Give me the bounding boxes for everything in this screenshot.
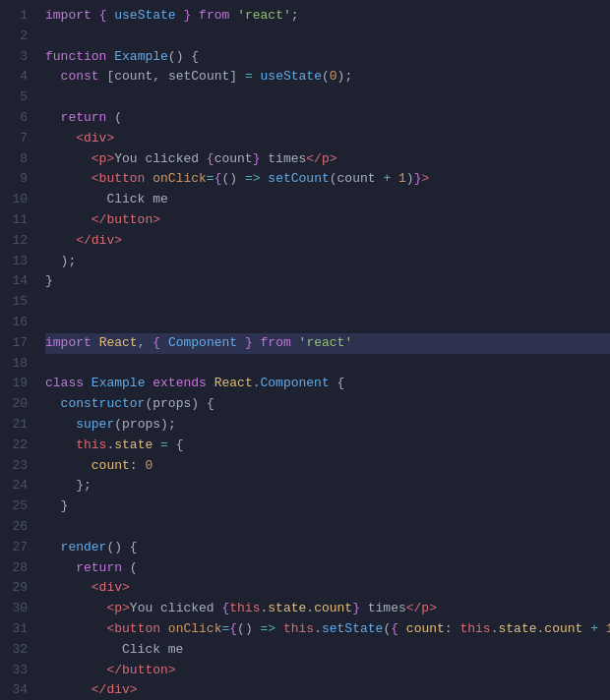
code-line: };	[45, 476, 610, 496]
code-line	[45, 27, 610, 47]
plain-token	[45, 171, 92, 186]
paren-token: ()	[106, 540, 122, 554]
colon-token: :	[130, 458, 138, 473]
plain-token	[45, 621, 106, 636]
plain-token	[45, 458, 92, 473]
num-token: 1	[398, 171, 406, 186]
line-number: 8	[0, 149, 37, 170]
line-number: 31	[0, 619, 37, 640]
plain-token	[45, 151, 92, 166]
plain-token	[84, 376, 92, 390]
line-number: 25	[0, 496, 37, 517]
plain-token	[229, 8, 237, 23]
bracket-token: ]	[229, 69, 237, 84]
code-line: count: 0	[45, 456, 610, 477]
code-line: const [count, setCount] = useState(0);	[45, 67, 610, 88]
plain-token: props	[122, 417, 160, 432]
plain-token: (	[122, 560, 138, 575]
from-kw-token: from	[261, 335, 291, 350]
plain-token	[207, 376, 214, 390]
plain-token: }	[45, 273, 53, 288]
code-line: </button>	[45, 661, 610, 681]
plain-token: };	[45, 478, 92, 493]
colon-token: :	[445, 621, 453, 636]
plain-token	[160, 621, 168, 636]
brace-token: }	[245, 335, 253, 350]
from-kw-token: from	[199, 8, 229, 23]
operator-token: =	[207, 171, 214, 186]
paren-token: )	[406, 171, 414, 186]
code-line: </div>	[45, 231, 610, 252]
react-name-token: React	[99, 335, 138, 350]
code-content[interactable]: import { useState } from 'react'; functi…	[37, 0, 610, 700]
str-token: 'react'	[299, 335, 353, 350]
code-line	[45, 292, 610, 313]
line-number: 34	[0, 680, 37, 700]
line-number: 32	[0, 640, 37, 661]
plain-token: {	[330, 376, 345, 390]
super-fn-token: super	[76, 417, 114, 432]
jsx-tag-token: <p>	[106, 601, 129, 615]
kw-token: return	[61, 110, 107, 125]
line-number: 3	[0, 47, 37, 68]
jsx-tag-token: <div>	[76, 131, 114, 146]
plain-token	[191, 8, 199, 23]
paren-token: )	[229, 171, 237, 186]
this-kw-token: this	[229, 601, 260, 615]
state-prop-token: state	[114, 438, 152, 452]
code-line: <p>You clicked {count} times</p>	[45, 149, 610, 170]
fn-token: Example	[114, 49, 168, 64]
punct-token: .	[314, 621, 322, 636]
fn-token: useState	[114, 8, 175, 23]
plain-token	[45, 212, 92, 227]
punct-token: .	[491, 621, 499, 636]
num-token: 1	[606, 621, 610, 636]
plain-token	[160, 69, 168, 84]
jsx-tag-token: <div>	[92, 580, 130, 595]
state-prop-token: count	[544, 621, 582, 636]
jsx-tag-token: >	[421, 171, 429, 186]
plain-token	[598, 621, 606, 636]
plain-token: {	[122, 540, 138, 554]
punct-token: () {	[168, 49, 199, 64]
method-token: setState	[322, 621, 383, 636]
code-line: super(props);	[45, 415, 610, 436]
this-kw-token: this	[459, 621, 490, 636]
line-number: 29	[0, 578, 37, 599]
code-line: }	[45, 496, 610, 517]
jsx-attr-token: onClick	[168, 621, 222, 636]
kw-token: import	[45, 335, 92, 350]
plain-token	[253, 621, 261, 636]
operator-token: =	[160, 438, 168, 452]
plain-token	[45, 601, 106, 615]
code-line: return (	[45, 108, 610, 129]
semi-token: ;	[344, 69, 352, 84]
line-number: 2	[0, 27, 37, 47]
plain-token	[45, 682, 92, 697]
line-number: 14	[0, 271, 37, 292]
code-line: <button onClick={() => setCount(count + …	[45, 169, 610, 190]
line-number: 1	[0, 6, 37, 27]
plain-token: times	[360, 601, 406, 615]
plain-token	[92, 8, 99, 23]
code-line: </div>	[45, 680, 610, 700]
paren-token: (	[330, 171, 337, 186]
plain-token	[398, 621, 406, 636]
plain-token	[45, 560, 76, 575]
plain-token: You clicked	[114, 151, 207, 166]
paren-token: (	[322, 69, 330, 84]
code-line: <div>	[45, 578, 610, 599]
plain-token	[152, 438, 160, 452]
plain-token: Click me	[45, 192, 168, 206]
code-line: }	[45, 271, 610, 292]
plain-token: {	[168, 438, 184, 452]
code-line: <div>	[45, 129, 610, 149]
this-kw-token: this	[283, 621, 314, 636]
react-name-token: React	[214, 376, 253, 390]
plain-token	[45, 438, 76, 452]
line-number: 4	[0, 67, 37, 88]
line-number: 6	[0, 108, 37, 129]
plain-token: props	[152, 396, 191, 411]
line-number: 12	[0, 231, 37, 252]
plain-token: setCount	[168, 69, 229, 84]
